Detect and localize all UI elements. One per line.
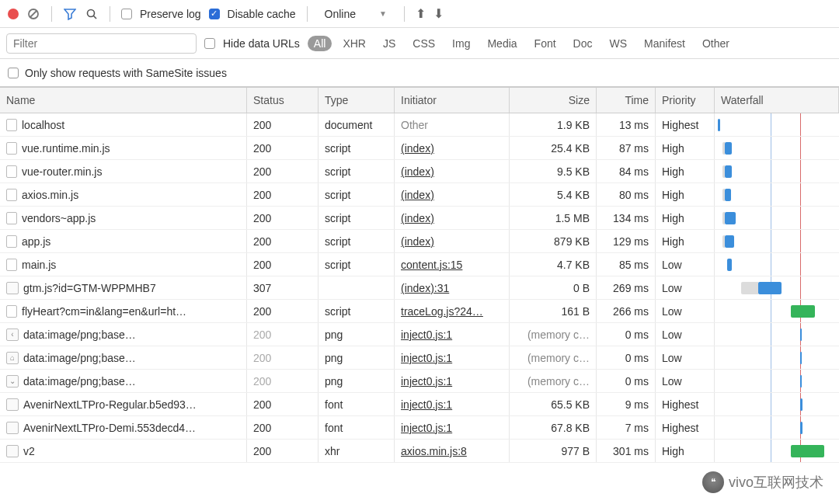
cell-name: localhost <box>0 113 247 136</box>
preserve-log-label[interactable]: Preserve log <box>140 8 201 20</box>
table-row[interactable]: AvenirNextLTPro-Demi.553decd4… 200 font … <box>0 416 839 440</box>
cell-status: 200 <box>247 440 319 462</box>
table-row[interactable]: localhost 200 document Other 1.9 KB 13 m… <box>0 113 839 137</box>
col-time[interactable]: Time <box>597 88 656 113</box>
cell-name: vue.runtime.min.js <box>0 137 247 159</box>
cell-type: font <box>319 393 395 415</box>
cell-waterfall <box>715 253 839 276</box>
disable-cache-checkbox[interactable] <box>209 9 220 19</box>
network-toolbar: Preserve log Disable cache Online ▼ ⬆ ⬇ <box>0 0 839 28</box>
initiator-link[interactable]: inject0.js:1 <box>401 352 452 364</box>
initiator-link[interactable]: (index) <box>401 212 434 224</box>
cell-waterfall <box>715 300 839 322</box>
initiator-link[interactable]: traceLog.js?24… <box>401 305 483 318</box>
type-chip-other[interactable]: Other <box>696 36 736 51</box>
filter-input[interactable] <box>6 33 197 54</box>
table-row[interactable]: ‹ data:image/png;base… 200 png inject0.j… <box>0 323 839 346</box>
col-type[interactable]: Type <box>319 88 395 113</box>
type-chip-ws[interactable]: WS <box>604 36 634 51</box>
col-initiator[interactable]: Initiator <box>395 88 510 113</box>
cell-initiator: (index):31 <box>395 276 510 299</box>
table-row[interactable]: flyHeart?cm=in&lang=en&url=ht… 200 scrip… <box>0 300 839 323</box>
type-chip-media[interactable]: Media <box>481 36 523 51</box>
col-size[interactable]: Size <box>510 88 597 113</box>
table-row[interactable]: vendors~app.js 200 script (index) 1.5 MB… <box>0 207 839 230</box>
table-row[interactable]: vue-router.min.js 200 script (index) 9.5… <box>0 160 839 183</box>
hide-data-urls-label[interactable]: Hide data URLs <box>223 37 300 50</box>
cell-priority: Low <box>656 276 715 299</box>
initiator-link[interactable]: (index) <box>401 189 434 201</box>
col-status[interactable]: Status <box>247 88 319 113</box>
cell-initiator: inject0.js:1 <box>395 346 510 369</box>
hide-data-urls-checkbox[interactable] <box>204 38 215 49</box>
type-chip-css[interactable]: CSS <box>406 36 441 51</box>
throttle-select[interactable]: Online ▼ <box>319 6 393 22</box>
type-chip-img[interactable]: Img <box>446 36 476 51</box>
table-row[interactable]: app.js 200 script (index) 879 KB 129 ms … <box>0 230 839 253</box>
cell-waterfall <box>715 137 839 159</box>
type-chip-doc[interactable]: Doc <box>567 36 599 51</box>
cell-waterfall <box>715 276 839 299</box>
samesite-checkbox[interactable] <box>8 68 19 78</box>
filter-icon[interactable] <box>63 7 77 21</box>
filter-bar: Hide data URLs AllXHRJSCSSImgMediaFontDo… <box>0 28 839 59</box>
cell-time: 13 ms <box>597 113 656 136</box>
cell-time: 84 ms <box>597 160 656 182</box>
col-waterfall[interactable]: Waterfall <box>715 88 839 113</box>
table-row[interactable]: main.js 200 script content.js:15 4.7 KB … <box>0 253 839 276</box>
cell-waterfall <box>715 183 839 206</box>
import-har-icon[interactable]: ⬆ <box>416 6 426 21</box>
table-row[interactable]: AvenirNextLTPro-Regular.b5ed93… 200 font… <box>0 393 839 416</box>
cell-priority: High <box>656 207 715 229</box>
cell-priority: Low <box>656 323 715 346</box>
initiator-link[interactable]: inject0.js:1 <box>401 422 452 434</box>
initiator-link[interactable]: (index) <box>401 235 434 248</box>
type-chip-js[interactable]: JS <box>377 36 402 51</box>
type-chip-font[interactable]: Font <box>528 36 562 51</box>
cell-type: script <box>319 183 395 206</box>
requests-table: Name Status Type Initiator Size Time Pri… <box>0 87 839 463</box>
cell-name: AvenirNextLTPro-Demi.553decd4… <box>0 416 247 439</box>
samesite-label[interactable]: Only show requests with SameSite issues <box>25 67 227 79</box>
cell-time: 80 ms <box>597 183 656 206</box>
cell-name: vue-router.min.js <box>0 160 247 182</box>
col-name[interactable]: Name <box>0 88 247 113</box>
type-chip-xhr[interactable]: XHR <box>336 36 372 51</box>
cell-initiator: content.js:15 <box>395 253 510 276</box>
initiator-link[interactable]: inject0.js:1 <box>401 375 452 388</box>
table-row[interactable]: axios.min.js 200 script (index) 5.4 KB 8… <box>0 183 839 207</box>
clear-button[interactable] <box>26 7 40 21</box>
type-chip-all[interactable]: All <box>308 36 332 51</box>
preserve-log-checkbox[interactable] <box>121 9 132 19</box>
svg-line-1 <box>30 11 37 17</box>
initiator-link[interactable]: inject0.js:1 <box>401 398 452 411</box>
cell-initiator: (index) <box>395 183 510 206</box>
initiator-link[interactable]: content.js:15 <box>401 259 462 271</box>
cell-size: (memory c… <box>510 346 597 369</box>
table-row[interactable]: vue.runtime.min.js 200 script (index) 25… <box>0 137 839 160</box>
export-har-icon[interactable]: ⬇ <box>433 6 444 21</box>
initiator-link[interactable]: (index) <box>401 165 434 178</box>
type-chip-manifest[interactable]: Manifest <box>638 36 691 51</box>
disable-cache-label[interactable]: Disable cache <box>228 8 296 20</box>
table-row[interactable]: ⌂ data:image/png;base… 200 png inject0.j… <box>0 346 839 370</box>
initiator-link[interactable]: (index):31 <box>401 282 449 294</box>
table-row[interactable]: v2 200 xhr axios.min.js:8 977 B 301 ms H… <box>0 440 839 463</box>
initiator-link[interactable]: axios.min.js:8 <box>401 445 467 457</box>
cell-size: (memory c… <box>510 323 597 346</box>
file-icon <box>6 422 19 434</box>
cell-name: flyHeart?cm=in&lang=en&url=ht… <box>0 300 247 322</box>
cell-time: 301 ms <box>597 440 656 462</box>
table-row[interactable]: gtm.js?id=GTM-WPPMHB7 307 (index):31 0 B… <box>0 276 839 300</box>
cell-waterfall <box>715 346 839 369</box>
search-icon[interactable] <box>85 7 99 21</box>
wechat-icon: ❝ <box>702 471 724 493</box>
initiator-link[interactable]: inject0.js:1 <box>401 328 452 341</box>
cell-time: 269 ms <box>597 276 656 299</box>
request-name: AvenirNextLTPro-Demi.553decd4… <box>23 422 196 434</box>
request-name: localhost <box>22 119 64 131</box>
record-button[interactable] <box>8 9 19 19</box>
initiator-link[interactable]: (index) <box>401 142 434 155</box>
table-row[interactable]: ⌄ data:image/png;base… 200 png inject0.j… <box>0 370 839 393</box>
col-priority[interactable]: Priority <box>656 88 715 113</box>
